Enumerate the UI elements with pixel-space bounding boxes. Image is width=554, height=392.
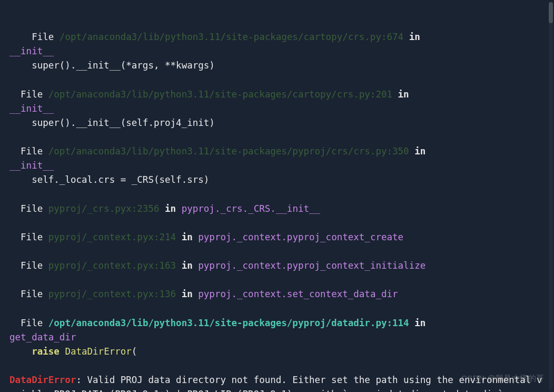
scrollbar-track[interactable] — [549, 2, 553, 390]
traceback-in-kw: in — [182, 289, 193, 299]
traceback-func: __init__ — [9, 103, 54, 114]
exception-class: DataDirError — [65, 346, 131, 357]
scrollbar-thumb[interactable] — [549, 2, 553, 23]
traceback-func: __init__ — [9, 46, 54, 56]
traceback-code: super().__init__(self.proj4_init) — [32, 117, 215, 128]
traceback-path: pyproj/_context.pyx:163 — [48, 260, 176, 271]
traceback-path: /opt/anaconda3/lib/python3.11/site-packa… — [48, 146, 409, 156]
traceback-code: ( — [132, 346, 137, 357]
traceback-file-kw: File — [21, 203, 43, 214]
traceback-file-kw: File — [21, 289, 43, 299]
traceback-file-kw: File — [21, 232, 43, 242]
watermark: CSDN @我是水怪的哥 — [461, 374, 545, 384]
error-sep: : — [76, 375, 87, 385]
traceback-code: super().__init__(*args, **kwargs) — [32, 60, 215, 71]
traceback-func: pyproj._context.pyproj_context_initializ… — [198, 260, 426, 271]
traceback-func: pyproj._crs._CRS.__init__ — [182, 203, 320, 214]
traceback-file-kw: File — [21, 89, 43, 100]
traceback-func: pyproj._context.set_context_data_dir — [198, 289, 398, 299]
traceback-in-kw: in — [414, 318, 426, 328]
traceback-func: pyproj._context.pyproj_context_create — [198, 232, 403, 242]
traceback-in-kw: in — [414, 146, 426, 156]
traceback-path: /opt/anaconda3/lib/python3.11/site-packa… — [48, 89, 392, 100]
traceback-func: __init__ — [9, 160, 54, 171]
traceback-file-kw: File — [21, 146, 43, 156]
traceback-path: pyproj/_context.pyx:214 — [48, 232, 176, 242]
traceback-in-kw: in — [182, 232, 193, 242]
raise-kw: raise — [32, 346, 60, 357]
traceback-in-kw: in — [182, 260, 193, 271]
traceback-path: pyproj/_context.pyx:136 — [48, 289, 176, 299]
error-name: DataDirError — [9, 375, 76, 385]
terminal-output: File /opt/anaconda3/lib/python3.11/site-… — [0, 0, 554, 392]
traceback-code: self._local.crs = _CRS(self.srs) — [32, 174, 209, 185]
traceback-file-kw: File — [32, 32, 54, 42]
traceback-file-kw: File — [21, 260, 43, 271]
traceback-path: pyproj/_crs.pyx:2356 — [48, 203, 160, 214]
traceback-in-kw: in — [165, 203, 176, 214]
traceback-path: /opt/anaconda3/lib/python3.11/site-packa… — [48, 318, 409, 328]
traceback-path: /opt/anaconda3/lib/python3.11/site-packa… — [60, 32, 403, 42]
traceback-file-kw: File — [21, 318, 43, 328]
traceback-in-kw: in — [398, 89, 409, 100]
traceback-func: get_data_dir — [9, 332, 76, 342]
traceback-in-kw: in — [409, 32, 420, 42]
